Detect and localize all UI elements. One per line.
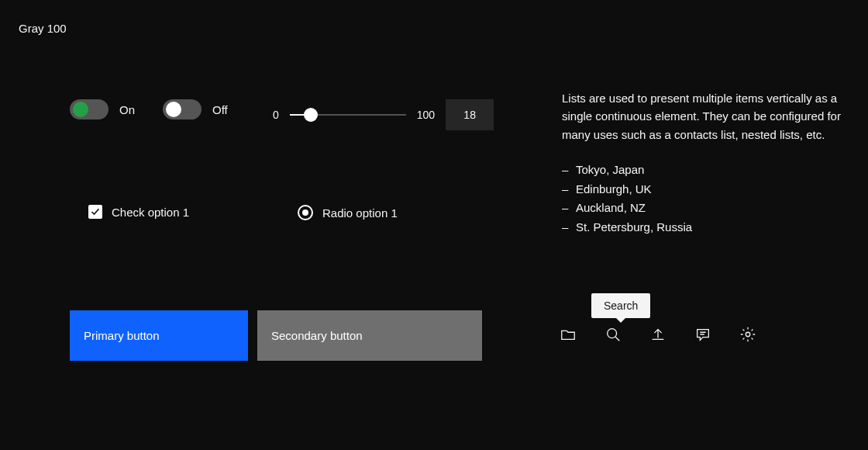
slider-min-label: 0	[273, 109, 279, 121]
slider-value-input[interactable]: 18	[446, 99, 494, 130]
toggle-knob	[166, 102, 181, 117]
search-icon[interactable]	[604, 326, 622, 343]
list-item: Auckland, NZ	[562, 199, 841, 218]
folder-icon[interactable]	[560, 326, 577, 343]
radio-1-label: Radio option 1	[322, 206, 398, 220]
svg-point-2	[746, 332, 750, 337]
list-item: Tokyo, Japan	[562, 161, 841, 180]
slider-max-label: 100	[417, 109, 435, 121]
toggle-off-label: Off	[212, 103, 228, 116]
toggle-on-label: On	[119, 103, 135, 116]
list-description: Lists are used to present multiple items…	[562, 89, 841, 144]
list-item: St. Petersburg, Russia	[562, 218, 841, 237]
check-icon	[91, 207, 100, 216]
slider-handle[interactable]	[304, 108, 318, 122]
svg-point-0	[608, 329, 617, 338]
checkbox-1-label: Check option 1	[112, 206, 189, 219]
search-tooltip: Search	[591, 293, 650, 318]
list-item: Edinburgh, UK	[562, 180, 841, 199]
toggle-knob	[73, 102, 88, 117]
chat-icon[interactable]	[694, 326, 711, 343]
radio-dot	[302, 209, 308, 216]
toggle-on[interactable]	[70, 99, 108, 119]
radio-1[interactable]	[298, 205, 313, 220]
city-list: Tokyo, JapanEdinburgh, UKAuckland, NZSt.…	[562, 161, 841, 237]
page-title: Gray 100	[19, 22, 67, 35]
svg-line-1	[615, 337, 619, 341]
primary-button[interactable]: Primary button	[70, 310, 248, 361]
checkbox-1[interactable]	[88, 205, 102, 219]
slider-track[interactable]	[290, 114, 406, 116]
settings-icon[interactable]	[739, 326, 756, 343]
upload-icon[interactable]	[649, 326, 666, 343]
secondary-button[interactable]: Secondary button	[257, 310, 482, 361]
toggle-off[interactable]	[163, 99, 202, 119]
